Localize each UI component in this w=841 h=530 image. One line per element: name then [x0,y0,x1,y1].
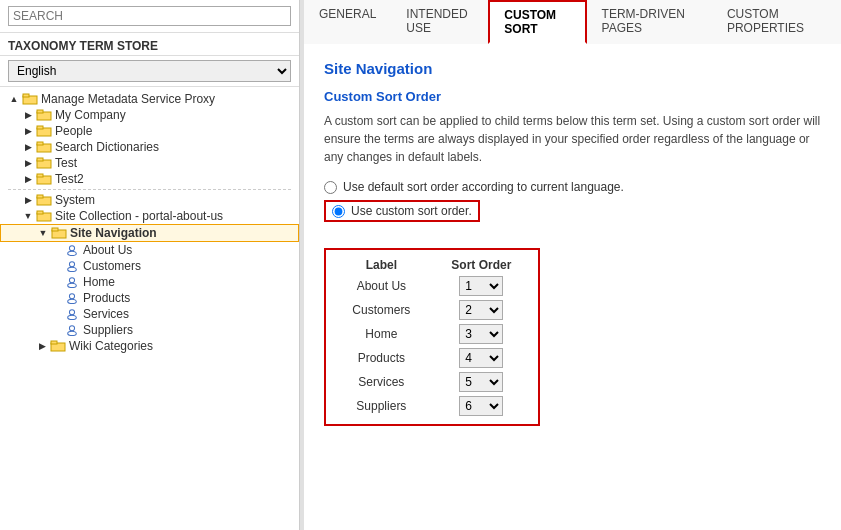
svg-point-28 [69,326,74,331]
tree-item-system[interactable]: ▶ System [0,192,299,208]
tab-intended-use[interactable]: INTENDED USE [391,0,488,44]
tree-item-search-dicts[interactable]: ▶ Search Dictionaries [0,139,299,155]
tree-item-products[interactable]: Products [0,290,299,306]
svg-point-18 [69,246,74,251]
expand-icon-wiki: ▶ [36,340,48,352]
right-panel: GENERAL INTENDED USE CUSTOM SORT TERM-DR… [304,0,841,530]
tree-item-manage-metadata[interactable]: ▲ Manage Metadata Service Proxy [0,91,299,107]
svg-point-23 [68,283,77,287]
tab-custom-sort[interactable]: CUSTOM SORT [488,0,586,44]
col-header-label: Label [332,256,431,274]
svg-rect-1 [23,94,29,97]
sort-row-order-4: 123456 [431,370,532,394]
sort-row-order-3: 123456 [431,346,532,370]
tree-label-services: Services [83,307,129,321]
tree-label-wiki-categories: Wiki Categories [69,339,153,353]
table-row: Suppliers123456 [332,394,532,418]
sort-order-table: Label Sort Order About Us123456Customers… [332,256,532,418]
sort-order-select-1[interactable]: 123456 [459,300,503,320]
svg-rect-9 [37,158,43,161]
folder-icon-my-company [36,109,52,121]
svg-rect-17 [52,228,58,231]
spacer-about-us [50,244,62,256]
tab-bar: GENERAL INTENDED USE CUSTOM SORT TERM-DR… [304,0,841,44]
radio-default[interactable] [324,181,337,194]
tree-item-my-company[interactable]: ▶ My Company [0,107,299,123]
term-icon-home [64,276,80,288]
sort-row-label-0: About Us [332,274,431,298]
radio-default-row: Use default sort order according to curr… [324,180,821,194]
sort-order-select-5[interactable]: 123456 [459,396,503,416]
svg-rect-5 [37,126,43,129]
sort-order-table-container: Label Sort Order About Us123456Customers… [324,248,540,426]
radio-custom-label[interactable]: Use custom sort order. [351,204,472,218]
svg-point-21 [68,267,77,271]
term-icon-products [64,292,80,304]
tree-item-site-collection[interactable]: ▼ Site Collection - portal-about-us [0,208,299,224]
sort-order-select-4[interactable]: 123456 [459,372,503,392]
tree-item-test2[interactable]: ▶ Test2 [0,171,299,187]
tree-item-wiki-categories[interactable]: ▶ Wiki Categories [0,338,299,354]
taxonomy-store-header: TAXONOMY TERM STORE [0,33,299,56]
radio-custom[interactable] [332,205,345,218]
tree-item-about-us[interactable]: About Us [0,242,299,258]
svg-point-19 [68,251,77,255]
expand-icon-site-collection: ▼ [22,210,34,222]
sort-order-select-0[interactable]: 123456 [459,276,503,296]
term-icon-customers [64,260,80,272]
expand-icon-site-navigation: ▼ [37,227,49,239]
tree-item-site-navigation[interactable]: ▼ Site Navigation [0,224,299,242]
tree-item-customers[interactable]: Customers [0,258,299,274]
svg-rect-15 [37,211,43,214]
svg-point-22 [69,278,74,283]
term-icon-about-us [64,244,80,256]
svg-point-24 [69,294,74,299]
table-row: Products123456 [332,346,532,370]
tree-label-test: Test [55,156,77,170]
tree-item-home[interactable]: Home [0,274,299,290]
language-dropdown[interactable]: English [8,60,291,82]
tree-label-people: People [55,124,92,138]
spacer-services [50,308,62,320]
search-input[interactable] [8,6,291,26]
tree-label-search-dicts: Search Dictionaries [55,140,159,154]
table-row: About Us123456 [332,274,532,298]
content-area: Site Navigation Custom Sort Order A cust… [304,44,841,530]
tree-label-suppliers: Suppliers [83,323,133,337]
sort-order-select-2[interactable]: 123456 [459,324,503,344]
expand-icon-test2: ▶ [22,173,34,185]
sort-order-select-3[interactable]: 123456 [459,348,503,368]
tree-label-manage-metadata: Manage Metadata Service Proxy [41,92,215,106]
spacer-customers [50,260,62,272]
tab-general[interactable]: GENERAL [304,0,391,44]
spacer-suppliers [50,324,62,336]
left-panel: TAXONOMY TERM STORE English ▲ Manage Met… [0,0,300,530]
expand-icon-my-company: ▶ [22,109,34,121]
sort-row-order-2: 123456 [431,322,532,346]
sort-row-order-5: 123456 [431,394,532,418]
service-icon [22,93,38,105]
sort-row-label-3: Products [332,346,431,370]
sort-table-area: Label Sort Order About Us123456Customers… [324,248,821,429]
radio-default-label[interactable]: Use default sort order according to curr… [343,180,624,194]
folder-icon-people [36,125,52,137]
sort-row-label-4: Services [332,370,431,394]
folder-icon-test2 [36,173,52,185]
tab-custom-props[interactable]: CUSTOM PROPERTIES [712,0,841,44]
tree-label-site-navigation: Site Navigation [70,226,157,240]
tree-item-test[interactable]: ▶ Test [0,155,299,171]
expand-icon-system: ▶ [22,194,34,206]
sort-row-label-5: Suppliers [332,394,431,418]
tree-label-test2: Test2 [55,172,84,186]
tree-item-services[interactable]: Services [0,306,299,322]
tab-term-driven[interactable]: TERM-DRIVEN PAGES [587,0,712,44]
expand-icon-test: ▶ [22,157,34,169]
custom-sort-title: Custom Sort Order [324,89,821,104]
tree-item-suppliers[interactable]: Suppliers [0,322,299,338]
svg-rect-7 [37,142,43,145]
tree-label-home: Home [83,275,115,289]
folder-icon-test [36,157,52,169]
col-header-sort: Sort Order [431,256,532,274]
tree-item-people[interactable]: ▶ People [0,123,299,139]
description-text: A custom sort can be applied to child te… [324,112,821,166]
